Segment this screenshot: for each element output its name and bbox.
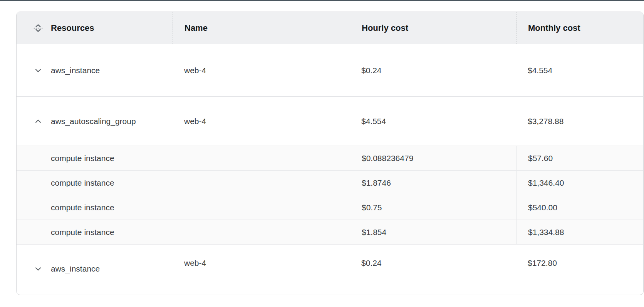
- column-header-resources: Resources: [17, 12, 173, 44]
- table-header-row: Resources Name Hourly cost Monthly cost: [17, 12, 643, 44]
- cost-breakdown-table: Resources Name Hourly cost Monthly cost …: [16, 12, 644, 295]
- table-row[interactable]: aws_autoscaling_group web-4 $4.554 $3,27…: [17, 97, 643, 146]
- sub-row: compute instance $1.8746 $1,346.40: [17, 171, 643, 195]
- hourly-cost-cell: $4.554: [350, 97, 516, 146]
- table-row[interactable]: aws_instance web-4 $0.24 $4.554: [17, 44, 643, 97]
- sub-resource-cell: compute instance: [17, 195, 350, 220]
- name-cell: web-4: [173, 239, 350, 288]
- sub-resource-cell: compute instance: [17, 146, 350, 170]
- drag-reorder-icon[interactable]: [33, 23, 43, 33]
- monthly-cost-cell: $3,278.88: [516, 97, 643, 146]
- resource-cell: aws_instance: [17, 44, 173, 96]
- resource-cell: aws_autoscaling_group: [17, 97, 173, 146]
- column-header-label: Hourly cost: [362, 23, 408, 33]
- hourly-cost-cell: $0.24: [350, 44, 516, 96]
- sub-row: compute instance $0.75 $540.00: [17, 195, 643, 220]
- resource-type: aws_autoscaling_group: [51, 117, 136, 126]
- hourly-cost-cell: $1.8746: [350, 171, 516, 195]
- name-cell: web-4: [173, 97, 350, 146]
- hourly-cost-cell: $0.088236479: [350, 146, 516, 170]
- resource-type: aws_instance: [51, 66, 100, 75]
- sub-row: compute instance $0.088236479 $57.60: [17, 146, 643, 171]
- column-header-label: Monthly cost: [528, 23, 580, 33]
- column-header-monthly-cost: Monthly cost: [516, 12, 643, 44]
- monthly-cost-cell: $540.00: [516, 195, 643, 220]
- top-accent-bar: [0, 0, 644, 1]
- sub-resource-cell: compute instance: [17, 171, 350, 195]
- resource-type: aws_instance: [51, 264, 100, 273]
- chevron-down-icon[interactable]: [33, 65, 43, 75]
- column-header-name: Name: [173, 12, 350, 44]
- hourly-cost-cell: $0.24: [350, 239, 516, 288]
- monthly-cost-cell: $1,346.40: [516, 171, 643, 195]
- hourly-cost-cell: $0.75: [350, 195, 516, 220]
- column-header-label: Resources: [51, 23, 94, 33]
- resource-cell: aws_instance: [17, 245, 173, 294]
- chevron-up-icon[interactable]: [33, 116, 43, 126]
- column-header-label: Name: [184, 23, 208, 33]
- column-header-hourly-cost: Hourly cost: [350, 12, 516, 44]
- chevron-down-icon[interactable]: [33, 264, 43, 274]
- table-row[interactable]: aws_instance web-4 $0.24 $172.80: [17, 245, 643, 294]
- name-cell: web-4: [173, 44, 350, 96]
- monthly-cost-cell: $172.80: [516, 239, 643, 288]
- monthly-cost-cell: $57.60: [516, 146, 643, 170]
- monthly-cost-cell: $4.554: [516, 44, 643, 96]
